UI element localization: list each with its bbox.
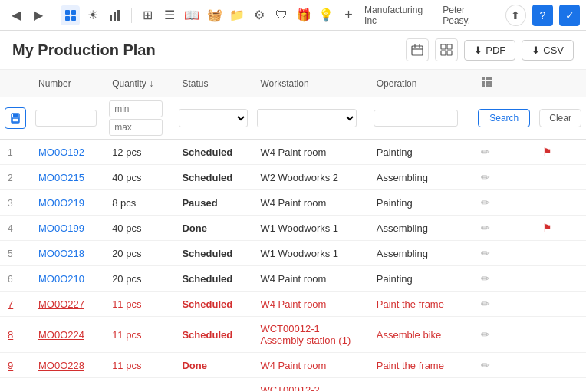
cell-quantity: 40 pcs: [104, 216, 174, 241]
nav-app-grid-icon[interactable]: [61, 5, 80, 25]
download-pdf-icon: ⬇: [474, 44, 482, 56]
col-header-num: [0, 70, 31, 97]
edit-icon[interactable]: ✏: [481, 171, 490, 183]
cell-workstation: WCT00012-2 Assembly station (2): [252, 378, 368, 392]
edit-icon[interactable]: ✏: [481, 146, 490, 158]
nav-bulb-icon[interactable]: 💡: [317, 5, 336, 25]
edit-icon[interactable]: ✏: [481, 390, 490, 391]
edit-icon[interactable]: ✏: [481, 247, 490, 259]
cell-flag: ⚑: [535, 140, 586, 165]
nav-table-icon[interactable]: ⊞: [138, 5, 157, 25]
svg-rect-17: [489, 77, 492, 80]
svg-rect-6: [117, 10, 120, 21]
cell-workstation: W2 Woodworks 2: [252, 165, 368, 190]
nav-gift-icon[interactable]: 🎁: [295, 5, 314, 25]
nav-sun-icon[interactable]: ☀: [83, 5, 102, 25]
nav-book-icon[interactable]: 📖: [183, 5, 202, 25]
filter-workstation-select[interactable]: [257, 109, 357, 127]
nav-chart-icon[interactable]: [106, 5, 125, 25]
nav-gear-icon[interactable]: ⚙: [249, 5, 268, 25]
cell-operation: Painting: [369, 266, 473, 292]
filter-qty-cell: [104, 97, 174, 140]
edit-icon[interactable]: ✏: [481, 272, 490, 285]
nav-list-icon[interactable]: ☰: [160, 5, 179, 25]
table-row: 9 MO0O228 11 pcs Done W4 Paint room Pain…: [0, 353, 586, 378]
svg-rect-2: [65, 16, 70, 21]
cell-edit: ✏: [473, 266, 535, 292]
filter-operation-input[interactable]: [374, 110, 458, 127]
filter-qty-max-input[interactable]: [109, 119, 163, 136]
cell-workstation: WCT00012-1 Assembly station (1): [252, 317, 368, 353]
cell-workstation: W4 Paint room: [252, 353, 368, 378]
filter-status-select[interactable]: Scheduled Paused Done: [179, 109, 248, 127]
cell-flag: [535, 266, 586, 292]
cell-row-num: 4: [0, 216, 31, 241]
filter-operation-cell: [369, 97, 473, 140]
flag-icon[interactable]: ⚑: [542, 146, 552, 158]
nav-back-icon[interactable]: ◀: [6, 5, 25, 25]
cell-flag: ⚑: [535, 216, 586, 241]
clear-button[interactable]: Clear: [539, 109, 581, 127]
cell-operation: Painting: [369, 140, 473, 165]
cell-number: MO0O228: [31, 353, 104, 378]
edit-icon[interactable]: ✏: [481, 196, 490, 209]
cell-operation: Assembling: [369, 241, 473, 266]
nav-share-icon[interactable]: ⬆: [505, 5, 526, 26]
filter-status-cell: Scheduled Paused Done: [174, 97, 252, 140]
cell-number: MO0O218: [31, 241, 104, 266]
nav-basket-icon[interactable]: 🧺: [205, 5, 224, 25]
nav-bookmark-icon[interactable]: ✓: [559, 5, 580, 26]
table-row: 4 MO0O199 40 pcs Done W1 Woodworks 1 Ass…: [0, 216, 586, 241]
edit-icon[interactable]: ✏: [481, 328, 490, 341]
cell-edit: ✏: [473, 292, 535, 317]
nav-shield-icon[interactable]: 🛡: [272, 5, 291, 25]
cell-number: MO0O227: [31, 292, 104, 317]
export-pdf-button[interactable]: ⬇ PDF: [464, 40, 515, 61]
cell-row-num: 1: [0, 140, 31, 165]
cell-number: MO0O224: [31, 317, 104, 353]
nav-plus-icon[interactable]: +: [339, 5, 358, 25]
col-header-workstation: Workstation: [252, 70, 368, 97]
table-row: 8 MO0O224 11 pcs Scheduled WCT00012-1 As…: [0, 317, 586, 353]
nav-divider-1: [54, 8, 54, 23]
cell-row-num: 5: [0, 241, 31, 266]
cell-status: Scheduled: [174, 165, 252, 190]
csv-label: CSV: [543, 44, 564, 56]
filter-qty-min-input[interactable]: [109, 100, 163, 117]
cell-edit: ✏: [473, 190, 535, 216]
cell-edit: ✏: [473, 317, 535, 353]
table-row: 1 MO0O192 12 pcs Scheduled W4 Paint room…: [0, 140, 586, 165]
col-header-status: Status: [174, 70, 252, 97]
edit-icon[interactable]: ✏: [481, 359, 490, 371]
cell-row-num: 8: [0, 317, 31, 353]
flag-icon[interactable]: ⚑: [542, 222, 552, 234]
cell-row-num: 7: [0, 292, 31, 317]
edit-icon[interactable]: ✏: [481, 222, 490, 234]
cell-status: Done: [174, 378, 252, 392]
calendar-view-button[interactable]: [406, 38, 429, 61]
svg-rect-11: [441, 44, 446, 49]
grid-view-button[interactable]: [435, 38, 458, 61]
nav-forward-icon[interactable]: ▶: [28, 5, 48, 25]
table-body: 1 MO0O192 12 pcs Scheduled W4 Paint room…: [0, 140, 586, 392]
search-button[interactable]: Search: [478, 109, 530, 127]
nav-help-icon[interactable]: ?: [532, 5, 553, 26]
save-filter-button[interactable]: [5, 107, 26, 129]
cell-workstation: W4 Paint room: [252, 292, 368, 317]
svg-rect-25: [13, 114, 18, 117]
filter-number-input[interactable]: [35, 110, 97, 127]
table-row: 7 MO0O227 11 pcs Scheduled W4 Paint room…: [0, 292, 586, 317]
table-row: 3 MO0O219 8 pcs Paused W4 Paint room Pai…: [0, 190, 586, 216]
nav-folder-icon[interactable]: 📁: [227, 5, 246, 25]
cell-quantity: 11 pcs: [104, 292, 174, 317]
svg-rect-1: [71, 10, 76, 15]
cell-operation: Paint the frame: [369, 353, 473, 378]
edit-icon[interactable]: ✏: [481, 298, 490, 310]
table-row: 2 MO0O215 40 pcs Scheduled W2 Woodworks …: [0, 165, 586, 190]
cell-operation: Painting: [369, 190, 473, 216]
cell-operation: Assemble bike: [369, 317, 473, 353]
export-csv-button[interactable]: ⬇ CSV: [522, 40, 574, 61]
page-title: My Production Plan: [12, 41, 406, 59]
header-actions: ⬇ PDF ⬇ CSV: [406, 38, 574, 61]
cell-quantity: 11 pcs: [104, 317, 174, 353]
